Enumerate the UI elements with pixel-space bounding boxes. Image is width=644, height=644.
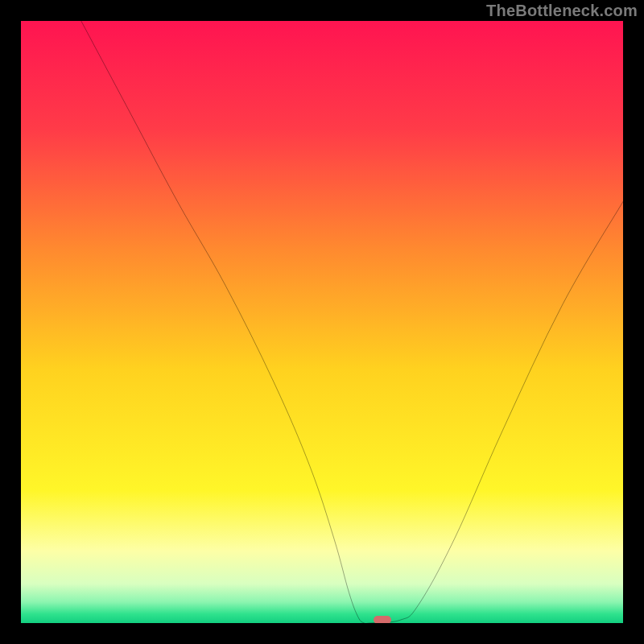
chart-frame: TheBottleneck.com [0,0,644,644]
plot-area [21,21,623,623]
optimal-point-marker [374,616,391,623]
bottleneck-curve [21,21,623,623]
watermark-text: TheBottleneck.com [486,2,638,20]
